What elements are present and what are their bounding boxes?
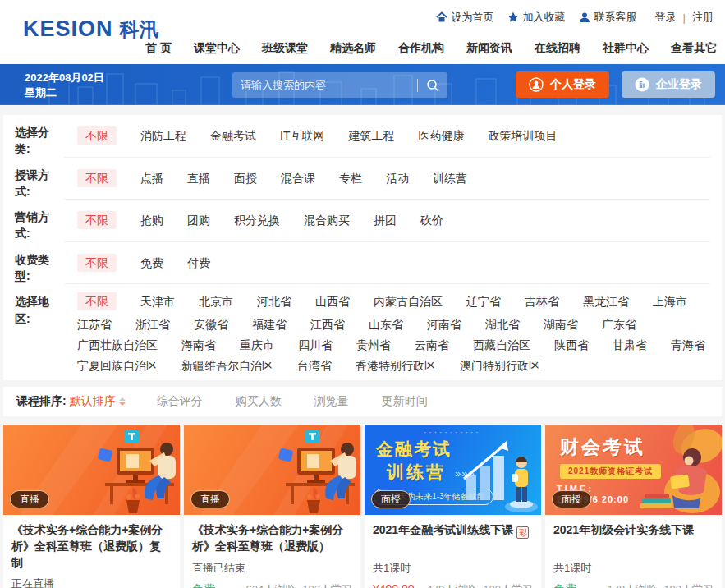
filter-option[interactable]: 不限	[77, 211, 117, 229]
filter-option[interactable]: 浙江省	[135, 318, 170, 331]
nav-item[interactable]: 课堂中心	[194, 41, 240, 56]
filter-option[interactable]: 新疆维吾尔自治区	[181, 359, 273, 372]
filter-option[interactable]: 福建省	[252, 318, 287, 331]
nav-item[interactable]: 首 页	[145, 41, 172, 56]
filter-option[interactable]: 建筑工程	[348, 129, 394, 142]
filter-option[interactable]: 河南省	[427, 318, 461, 331]
home-link[interactable]: 设为首页	[436, 10, 494, 25]
course-cover[interactable]: ··········· 金融考试 训练营 »»» 花15天为未来1-3年储备技能	[365, 425, 541, 515]
sort-option[interactable]: 购买人数	[236, 394, 282, 409]
sort-option[interactable]: 浏览量	[314, 394, 349, 409]
filter-option[interactable]: 江苏省	[77, 318, 112, 331]
site-logo[interactable]: KESION科汛	[23, 16, 159, 43]
nav-item[interactable]: 新闻资讯	[466, 41, 512, 56]
enterprise-login-button[interactable]: 企业登录	[622, 71, 715, 98]
filter-option[interactable]: 不限	[77, 254, 117, 272]
sort-active-option[interactable]: 默认排序	[70, 394, 126, 409]
filter-option[interactable]: 混合购买	[304, 214, 350, 227]
filter-option[interactable]: 四川省	[298, 338, 333, 351]
service-link[interactable]: 联系客服	[579, 10, 637, 25]
search-input[interactable]	[241, 79, 412, 91]
filter-option[interactable]: 贵州省	[356, 338, 391, 351]
search-box[interactable]	[232, 72, 447, 98]
course-card-body: 2021年初级会计实务线下课 共1课时 免费 178人浏览100人学习	[545, 515, 722, 588]
filter-option[interactable]: 上海市	[653, 295, 687, 308]
filter-option[interactable]: 北京市	[199, 295, 233, 308]
filter-option[interactable]: 团购	[187, 214, 210, 227]
filter-option[interactable]: 山西省	[315, 295, 350, 308]
sort-option[interactable]: 综合评分	[157, 394, 203, 409]
nav-item[interactable]: 合作机构	[398, 41, 444, 56]
star-link[interactable]: 加入收藏	[507, 10, 566, 25]
sort-label: 课程排序:	[16, 394, 67, 409]
filter-option[interactable]: 澳门特别行政区	[460, 359, 540, 372]
filter-option[interactable]: 活动	[386, 172, 409, 185]
course-title[interactable]: 《技术实务+综合能力+案例分析》全科至尊班（退费版）	[192, 522, 352, 555]
filter-option[interactable]: 内蒙古自治区	[374, 295, 443, 308]
course-title[interactable]: 2021年金融考试训练线下课彩	[373, 522, 533, 555]
filter-option[interactable]: 不限	[77, 169, 117, 187]
search-icon[interactable]	[426, 79, 439, 92]
filter-option[interactable]: 积分兑换	[234, 214, 280, 227]
filter-option[interactable]: 不限	[77, 292, 117, 310]
nav-item[interactable]: 班级课堂	[262, 41, 308, 56]
nav-item[interactable]: 在线招聘	[535, 41, 580, 56]
course-cover[interactable]: ···········	[3, 425, 180, 515]
login-link[interactable]: 登录	[655, 10, 677, 25]
filter-option[interactable]: 台湾省	[297, 359, 332, 372]
filter-option[interactable]: 宁夏回族自治区	[77, 359, 158, 372]
filter-option[interactable]: 医药健康	[418, 129, 464, 142]
filter-option[interactable]: 吉林省	[525, 295, 559, 308]
course-card[interactable]: ···········	[184, 425, 360, 588]
filter-option[interactable]: 海南省	[181, 338, 216, 351]
filter-option[interactable]: 金融考试	[210, 129, 256, 142]
filter-option[interactable]: IT互联网	[280, 129, 324, 142]
register-link[interactable]: 注册	[692, 10, 714, 25]
filter-option[interactable]: 广西壮族自治区	[77, 338, 158, 351]
course-card[interactable]: ··········· 财会考试 2021教师资格证考试	[545, 425, 722, 588]
course-title[interactable]: 2021年初级会计实务线下课	[553, 522, 714, 555]
course-price: ¥400.00	[373, 582, 415, 588]
filter-option[interactable]: 江西省	[310, 318, 345, 331]
filter-option[interactable]: 湖北省	[485, 318, 520, 331]
filter-option[interactable]: 甘肃省	[613, 338, 647, 351]
filter-option[interactable]: 专栏	[339, 172, 362, 185]
filter-option[interactable]: 西藏自治区	[473, 338, 530, 351]
filter-option[interactable]: 政策培训项目	[488, 129, 557, 142]
filter-option[interactable]: 混合课	[281, 172, 315, 185]
sort-option[interactable]: 更新时间	[382, 394, 428, 409]
course-card[interactable]: ···········	[3, 425, 180, 588]
filter-option[interactable]: 香港特别行政区	[356, 359, 436, 372]
filter-option[interactable]: 直播	[187, 172, 210, 185]
filter-option[interactable]: 陕西省	[554, 338, 589, 351]
filter-option[interactable]: 安徽省	[194, 318, 228, 331]
filter-option[interactable]: 点播	[140, 172, 163, 185]
nav-item[interactable]: 精选名师	[330, 41, 376, 56]
filter-option[interactable]: 重庆市	[240, 338, 274, 351]
nav-item[interactable]: 查看其它	[671, 41, 717, 56]
course-cover[interactable]: ···········	[184, 425, 360, 515]
filter-option[interactable]: 云南省	[415, 338, 449, 351]
filter-option[interactable]: 砍价	[420, 214, 443, 227]
course-cover[interactable]: ··········· 财会考试 2021教师资格证考试	[545, 425, 722, 515]
course-title[interactable]: 《技术实务+综合能力+案例分析》全科至尊班（退费版）复制	[11, 522, 172, 571]
filter-option[interactable]: 付费	[187, 256, 210, 269]
filter-option[interactable]: 山东省	[369, 318, 403, 331]
filter-option[interactable]: 天津市	[140, 295, 175, 308]
filter-option[interactable]: 抢购	[140, 214, 163, 227]
course-card[interactable]: ··········· 金融考试 训练营 »»» 花15天为未来1-3年储备技能	[365, 425, 541, 588]
filter-option[interactable]: 免费	[140, 256, 163, 269]
filter-option[interactable]: 黑龙江省	[583, 295, 629, 308]
filter-option[interactable]: 面授	[234, 172, 257, 185]
personal-login-button[interactable]: 个人登录	[516, 71, 609, 98]
filter-option[interactable]: 青海省	[671, 338, 705, 351]
filter-option[interactable]: 消防工程	[140, 129, 186, 142]
filter-option[interactable]: 广东省	[602, 318, 636, 331]
nav-item[interactable]: 社群中心	[603, 41, 649, 56]
filter-option[interactable]: 辽宁省	[466, 295, 501, 308]
filter-option[interactable]: 河北省	[257, 295, 291, 308]
filter-option[interactable]: 训练营	[433, 172, 467, 185]
filter-option[interactable]: 不限	[77, 126, 117, 145]
filter-option[interactable]: 拼团	[374, 214, 397, 227]
filter-option[interactable]: 湖南省	[544, 318, 578, 331]
